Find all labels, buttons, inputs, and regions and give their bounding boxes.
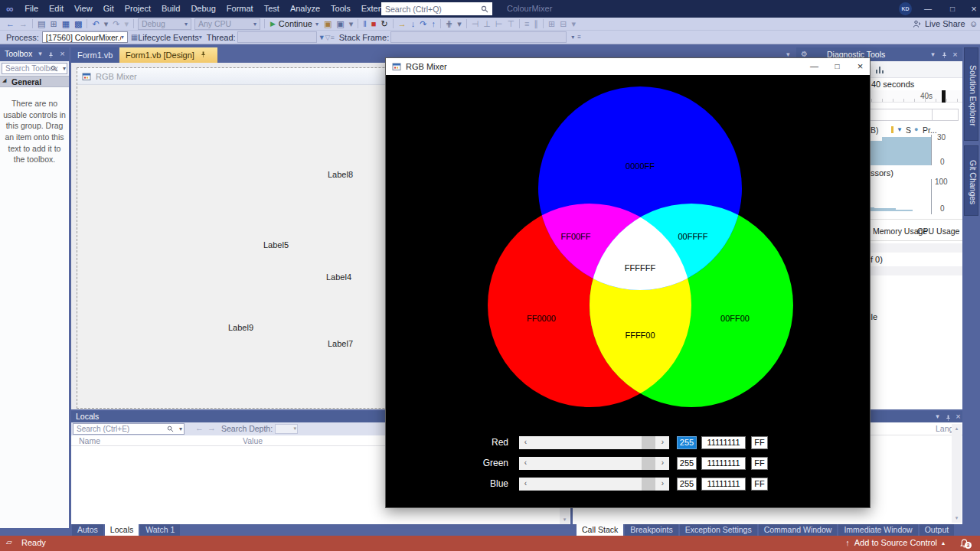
tab-breakpoints[interactable]: Breakpoints (625, 524, 678, 536)
designer-label4[interactable]: Label4 (326, 272, 351, 282)
dock-tab-solution-explorer[interactable]: Solution Explorer (964, 47, 978, 141)
align-lefts-icon[interactable]: ⊣ (469, 18, 482, 30)
rgb-mixer-titlebar[interactable]: RGB Mixer — □ × (386, 58, 870, 75)
search-forward-icon[interactable]: → (207, 423, 216, 432)
close-button[interactable]: × (965, 0, 980, 18)
restore-button[interactable]: □ (943, 0, 962, 18)
designer-label8[interactable]: Label8 (328, 170, 353, 179)
tab-immediate-window[interactable]: Immediate Window (838, 524, 917, 536)
scroll-left-icon[interactable]: ‹ (519, 436, 532, 449)
column-name[interactable]: Name (79, 436, 100, 445)
red-scrollbar[interactable]: ‹ › (519, 436, 669, 449)
locals-search-input[interactable]: Search (Ctrl+E) ▾ (73, 423, 185, 435)
minimize-button[interactable]: — (919, 0, 937, 18)
spacing-icon[interactable]: ∥ (531, 18, 541, 30)
scroll-right-icon[interactable]: › (656, 436, 669, 449)
menu-git[interactable]: Git (98, 0, 119, 18)
green-binary-input[interactable]: 11111111 (701, 457, 746, 470)
menu-tools[interactable]: Tools (325, 0, 356, 18)
scroll-thumb[interactable] (642, 478, 655, 491)
continue-button[interactable]: ▶ Continue ▾ (267, 19, 322, 28)
close-icon[interactable]: × (57, 47, 67, 60)
blue-hex-input[interactable]: FF (751, 478, 768, 491)
chevron-down-icon[interactable]: ▾ (35, 47, 45, 60)
search-back-icon[interactable]: ← (195, 423, 204, 432)
open-file-icon[interactable]: ⊞ (47, 18, 59, 30)
nav-forward-icon[interactable]: → (17, 18, 30, 30)
toolbox-general-section[interactable]: ◢ General (0, 76, 69, 87)
dropdown-icon[interactable]: ▾ (569, 18, 578, 30)
menu-file[interactable]: File (19, 0, 44, 18)
tab-locals[interactable]: Locals (105, 524, 139, 536)
dropdown-icon[interactable]: ▾ (455, 18, 464, 30)
menu-edit[interactable]: Edit (44, 0, 69, 18)
align-centers-icon[interactable]: ⊥ (481, 18, 493, 30)
live-share-button[interactable]: Live Share (913, 18, 965, 30)
screenshot-icon[interactable]: ▣ (334, 18, 346, 30)
scroll-left-icon[interactable]: ‹ (519, 457, 532, 470)
minimize-button[interactable]: — (804, 58, 825, 75)
redo-icon[interactable]: ↷ (110, 18, 122, 30)
restart-icon[interactable]: ↻ (378, 18, 390, 30)
filter-system-icon[interactable]: ▽ (325, 34, 331, 41)
immediate-window-icon[interactable]: ⋕ (443, 18, 455, 30)
pin-icon[interactable] (46, 47, 56, 63)
scroll-down-icon[interactable]: ▾ (952, 515, 962, 521)
toolbox-search-input[interactable]: Search Toolbox ▾ (2, 63, 67, 74)
blue-value-input[interactable]: 255 (677, 478, 697, 491)
close-icon[interactable]: × (950, 47, 960, 61)
nav-back-icon[interactable]: ← (4, 18, 17, 30)
chevron-down-icon[interactable]: ▾ (928, 47, 938, 61)
align-tops-icon[interactable]: ⊤ (505, 18, 517, 30)
scroll-left-icon[interactable]: ‹ (519, 478, 532, 491)
column-value[interactable]: Value (243, 436, 263, 445)
save-icon[interactable]: ▦ (60, 18, 72, 30)
menu-test[interactable]: Test (259, 0, 285, 18)
align-rights-icon[interactable]: ⊢ (493, 18, 505, 30)
filter-threads-icon[interactable]: ▼ (318, 34, 325, 41)
blue-scrollbar[interactable]: ‹ › (519, 478, 669, 491)
tab-form1-vb-design[interactable]: Form1.vb [Design] × (119, 47, 217, 63)
step-out-icon[interactable]: ↑ (429, 18, 438, 30)
timeline-marker[interactable] (942, 90, 946, 103)
undo-icon[interactable]: ↶ (90, 18, 101, 30)
menu-analyze[interactable]: Analyze (285, 0, 325, 18)
stop-debugging-icon[interactable]: ■ (369, 18, 379, 30)
menu-debug[interactable]: Debug (185, 0, 220, 18)
designer-label5[interactable]: Label5 (263, 240, 289, 249)
chevron-down-icon[interactable]: ▾ (933, 411, 942, 422)
toolbar-options-icon[interactable]: ≡ (577, 34, 581, 41)
redo-dropdown-icon[interactable]: ▾ (122, 18, 131, 30)
break-all-icon[interactable]: ‖ (361, 18, 369, 30)
chart-bars-icon[interactable] (875, 66, 884, 73)
tab-cpu-usage[interactable]: CPU Usage (917, 227, 959, 236)
make-same-size-icon[interactable]: ≡ (522, 18, 531, 30)
add-to-source-control-button[interactable]: ↑ Add to Source Control ▴ (845, 538, 945, 547)
web-browser-icon[interactable]: ▣ (322, 18, 334, 30)
search-depth-dropdown[interactable]: ▾ (275, 424, 298, 434)
show-next-statement-icon[interactable]: → (396, 18, 409, 30)
process-dropdown[interactable]: [17560] ColourMixer.exe ▾ (42, 31, 128, 43)
undo-dropdown-icon[interactable]: ▾ (102, 18, 111, 30)
send-to-back-icon[interactable]: ⊟ (557, 18, 569, 30)
tab-call-stack[interactable]: Call Stack (577, 524, 623, 536)
bring-to-front-icon[interactable]: ⊞ (546, 18, 557, 30)
new-project-icon[interactable]: ▤ (35, 18, 47, 30)
menu-format[interactable]: Format (221, 0, 259, 18)
scroll-right-icon[interactable]: › (656, 478, 669, 491)
scroll-down-icon[interactable]: ▾ (560, 517, 570, 523)
tab-autos[interactable]: Autos (72, 524, 103, 536)
designer-label9[interactable]: Label9 (228, 323, 253, 332)
callstack-scrollbar[interactable]: ▴ ▾ (952, 424, 962, 523)
solution-configurations-dropdown[interactable]: Debug▾ (138, 18, 191, 30)
menu-build[interactable]: Build (156, 0, 185, 18)
send-feedback-icon[interactable]: ☺ (969, 19, 978, 28)
green-scrollbar[interactable]: ‹ › (519, 457, 669, 470)
menu-project[interactable]: Project (119, 0, 156, 18)
red-binary-input[interactable]: 11111111 (701, 436, 746, 449)
green-hex-input[interactable]: FF (751, 457, 768, 470)
maximize-button[interactable]: □ (827, 58, 848, 75)
tab-form1-vb[interactable]: Form1.vb (71, 47, 119, 63)
column-language[interactable]: Lang (936, 424, 953, 433)
green-value-input[interactable]: 255 (677, 457, 697, 470)
